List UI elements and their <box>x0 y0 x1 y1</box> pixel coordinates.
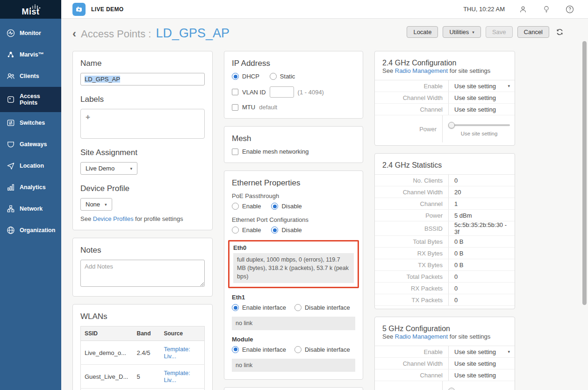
back-chevron-icon[interactable]: ‹ <box>72 29 76 38</box>
power-slider[interactable] <box>448 388 510 390</box>
enable-select[interactable]: Use site setting▾ <box>449 346 515 357</box>
module-disable-radio[interactable]: Disable interface <box>294 346 350 353</box>
channel-select[interactable]: Use site setting <box>449 369 515 381</box>
usb-card: USB <box>224 387 363 390</box>
channel-select[interactable]: Use site setting <box>449 104 515 115</box>
sidebar-item-label: Clients <box>20 73 39 79</box>
config-row-channel: Channel Use site setting <box>375 104 515 115</box>
site-select[interactable]: Live Demo ▾ <box>80 162 137 175</box>
caret-down-icon: ▾ <box>130 166 132 171</box>
wlans-header-row: SSID Band Source <box>81 326 205 341</box>
wlan-row: Live_demo_d... 5 Template: Liv... <box>81 389 205 390</box>
breadcrumb[interactable]: Access Points : <box>81 28 151 40</box>
dhcp-radio[interactable]: DHCP <box>232 73 259 80</box>
topbar: Mist LIVE DEMO THU, 10:22 AM <box>0 0 588 19</box>
sidebar-item-organization[interactable]: Organization <box>0 220 61 241</box>
sidebar-item-analytics[interactable]: Analytics <box>0 177 61 198</box>
sidebar-item-switches[interactable]: Switches <box>0 112 61 134</box>
clock: THU, 10:22 AM <box>463 6 505 13</box>
module-enable-radio[interactable]: Enable interface <box>232 346 286 353</box>
sidebar-item-network[interactable]: Network <box>0 198 61 220</box>
sidebar-item-label: Organization <box>20 227 55 234</box>
eth1-disable-radio[interactable]: Disable interface <box>294 304 350 311</box>
lightbulb-icon[interactable] <box>541 4 552 14</box>
eth1-enable-radio[interactable]: Enable interface <box>232 304 286 311</box>
mesh-label: Enable mesh networking <box>242 148 308 155</box>
mtu-checkbox[interactable] <box>232 104 238 111</box>
vertical-scrollbar[interactable] <box>582 41 587 305</box>
wlan-template-link[interactable]: Template: Liv... <box>164 369 190 383</box>
sidebar-item-location[interactable]: Location <box>0 155 61 177</box>
power-slider[interactable] <box>448 122 510 128</box>
org-badge: LIVE DEMO <box>72 3 124 16</box>
locate-button[interactable]: Locate <box>407 26 438 38</box>
static-radio[interactable]: Static <box>270 73 295 80</box>
vlan-input[interactable] <box>270 86 294 98</box>
port-config-label: Ethernet Port Configurations <box>232 216 355 223</box>
slider-thumb-icon[interactable] <box>448 122 455 128</box>
sidebar-item-gateways[interactable]: Gateways <box>0 134 61 155</box>
channel-width-select[interactable]: Use site setting <box>449 358 515 369</box>
enable-select[interactable]: Use site setting▾ <box>449 80 515 92</box>
help-icon[interactable] <box>565 4 575 14</box>
notes-heading: Notes <box>80 246 205 255</box>
radio-icon <box>232 203 239 210</box>
channel-width-select[interactable]: Use site setting <box>449 92 515 103</box>
wlan-template-link[interactable]: Template: Liv... <box>164 346 190 360</box>
stat-row: Total Bytes0 B <box>375 236 515 248</box>
config-24ghz-card: 2.4 GHz Configuration See Radio Manageme… <box>374 51 515 146</box>
radio-management-link[interactable]: Radio Management <box>395 67 448 74</box>
name-input[interactable]: LD_GPS_AP <box>80 73 205 85</box>
radio-management-link[interactable]: Radio Management <box>395 333 448 340</box>
config-row-enable: Enable Use site setting▾ <box>375 346 515 358</box>
cancel-button[interactable]: Cancel <box>517 26 549 38</box>
sidebar-item-marvis[interactable]: Marvis™ <box>0 44 61 65</box>
sidebar-item-access-points[interactable]: Access Points <box>0 87 61 112</box>
portcfg-enable-radio[interactable]: Enable <box>232 227 261 234</box>
device-profile-select[interactable]: None ▾ <box>80 198 112 211</box>
sidebar-item-clients[interactable]: Clients <box>0 65 61 87</box>
radio-mgmt-note: See Radio Management for site settings <box>382 67 507 74</box>
radio-checked-icon <box>232 304 239 311</box>
radio-mgmt-note: See Radio Management for site settings <box>382 333 507 340</box>
sidebar-item-monitor[interactable]: Monitor <box>0 22 61 44</box>
portcfg-disable-radio[interactable]: Disable <box>271 227 301 234</box>
mesh-checkbox[interactable] <box>232 149 238 155</box>
wlans-heading: WLANs <box>80 312 205 321</box>
marvis-icon <box>6 50 15 59</box>
utilities-button[interactable]: Utilities▾ <box>443 26 480 38</box>
refresh-icon[interactable] <box>556 28 564 36</box>
sidebar-item-label: Access Points <box>20 93 58 106</box>
profile-note: See Device Profiles for profile settings <box>80 215 205 222</box>
mtu-label: MTU <box>242 104 255 111</box>
action-buttons: Locate Utilities▾ Save Cancel <box>407 26 564 38</box>
clients-icon <box>6 71 15 81</box>
poe-enable-radio[interactable]: Enable <box>232 203 261 210</box>
save-button[interactable]: Save <box>486 26 513 38</box>
stat-row: Total Packets0 <box>375 271 515 283</box>
sidebar-item-label: Gateways <box>20 141 47 148</box>
network-icon <box>6 204 15 213</box>
notes-card: Notes <box>72 238 213 297</box>
slider-thumb-icon[interactable] <box>448 388 455 390</box>
add-label-icon[interactable]: + <box>86 113 90 121</box>
org-name: LIVE DEMO <box>91 6 124 13</box>
config-5ghz-card: 5 GHz Configuration See Radio Management… <box>374 317 515 390</box>
labels-heading: Labels <box>80 95 205 104</box>
wlans-card: WLANs SSID Band Source Live_demo_o... <box>72 304 213 390</box>
vlan-label: VLAN ID <box>242 89 266 96</box>
power-caption: Use site setting <box>448 131 510 136</box>
ethernet-card: Ethernet Properties PoE Passthrough Enab… <box>224 170 363 380</box>
radio-icon <box>294 304 301 311</box>
stat-row: Channel1 <box>375 198 515 210</box>
user-icon[interactable] <box>518 4 528 14</box>
stat-row: Power5 dBm <box>375 210 515 221</box>
caret-down-icon: ▾ <box>508 84 510 88</box>
notes-textarea[interactable] <box>80 260 205 287</box>
device-profiles-link[interactable]: Device Profiles <box>93 215 134 222</box>
vlan-checkbox[interactable] <box>232 89 238 95</box>
labels-box[interactable]: + <box>80 109 205 139</box>
sidebar-item-label: Network <box>20 206 43 212</box>
sidebar-item-label: Monitor <box>20 30 41 36</box>
poe-disable-radio[interactable]: Disable <box>271 203 301 210</box>
